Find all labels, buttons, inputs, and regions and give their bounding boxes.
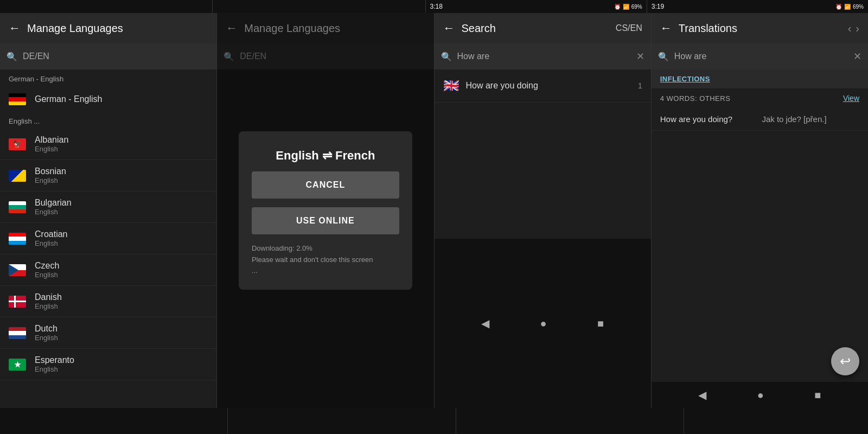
- home-nav-3[interactable]: ●: [540, 317, 547, 330]
- download-info: Downloading: 2.0% Please wait and don't …: [252, 243, 399, 277]
- back-nav-4[interactable]: ◀: [698, 388, 706, 401]
- words-count-label: 4 WORDS: OTHERS: [660, 94, 731, 103]
- lang-name-bosnian: Bosnian: [35, 167, 66, 176]
- lang-name-czech: Czech: [35, 261, 59, 271]
- flag-nl: [9, 327, 26, 339]
- search-input-1[interactable]: DE/EN: [23, 52, 210, 61]
- result-flag-1: 🇬🇧: [443, 78, 459, 93]
- lang-name-albanian: Albanian: [35, 135, 68, 145]
- german-item[interactable]: German - English: [0, 88, 216, 111]
- translations-list: How are you doing? Jak to jde? [přen.]: [652, 108, 868, 131]
- search-icon-4: 🔍: [658, 52, 669, 62]
- flag-bg: [9, 201, 26, 213]
- lang-sub-czech: English: [35, 271, 59, 279]
- translation-item-1[interactable]: How are you doing? Jak to jde? [přen.]: [652, 108, 868, 131]
- search-input-4[interactable]: How are: [674, 52, 848, 61]
- app-bar-3: ← Search CS/EN: [435, 13, 651, 43]
- home-nav-4[interactable]: ●: [757, 389, 764, 401]
- english-section-header: English ...: [0, 111, 216, 129]
- german-section-label: German - English: [9, 75, 63, 83]
- lang-name-croatian: Croatian: [35, 229, 67, 239]
- wifi-icon: 📶: [623, 4, 629, 10]
- words-subheader: 4 WORDS: OTHERS View: [652, 88, 868, 108]
- back-button-4[interactable]: ←: [660, 21, 672, 35]
- back-button-1[interactable]: ←: [9, 21, 21, 35]
- cancel-button[interactable]: CANCEL: [252, 171, 399, 199]
- status-time-4: 3:19: [652, 3, 664, 10]
- flag-cz: [9, 264, 26, 276]
- back-button-3[interactable]: ←: [443, 21, 455, 35]
- dialog-overlay: English ⇌ French CANCEL USE ONLINE Downl…: [217, 13, 433, 408]
- list-item-croatian[interactable]: Croatian English: [0, 223, 216, 254]
- lang-sub-croatian: English: [35, 239, 67, 247]
- view-link[interactable]: View: [843, 94, 859, 103]
- german-lang-info: German - English: [35, 94, 103, 104]
- language-download-dialog: English ⇌ French CANCEL USE ONLINE Downl…: [239, 131, 412, 290]
- screen-translations: ← Translations ‹ › 🔍 How are ✕ INFLECTIO…: [652, 13, 868, 408]
- app-bar-title-3: Search: [462, 22, 609, 35]
- search-clear-4[interactable]: ✕: [853, 50, 861, 62]
- list-item-albanian[interactable]: 🦅 Albanian English: [0, 129, 216, 160]
- lang-name-danish: Danish: [35, 292, 62, 302]
- next-arrow[interactable]: ›: [856, 22, 859, 35]
- list-item-danish[interactable]: Danish English: [0, 286, 216, 317]
- inflections-header[interactable]: INFLECTIONS: [652, 69, 868, 88]
- list-item-dutch[interactable]: Dutch English: [0, 317, 216, 349]
- flag-al: 🦅: [9, 138, 26, 150]
- search-bar-3[interactable]: 🔍 How are ✕: [435, 43, 651, 69]
- status-icons-3: ⏰: [614, 4, 621, 10]
- bottom-nav-2: [227, 408, 455, 434]
- list-item-bulgarian[interactable]: Bulgarian English: [0, 192, 216, 223]
- app-bar-title-4: Translations: [679, 22, 841, 35]
- bottom-nav-1: [0, 408, 227, 434]
- app-bar-4: ← Translations ‹ ›: [652, 13, 868, 43]
- result-count-1: 1: [638, 81, 642, 90]
- search-clear-3[interactable]: ✕: [636, 50, 644, 62]
- lang-sub-danish: English: [35, 302, 62, 310]
- wifi-icon-4: 📶: [844, 4, 851, 10]
- language-pair-badge: CS/EN: [616, 23, 642, 33]
- reply-icon: ↩: [840, 354, 851, 369]
- recents-nav-4[interactable]: ■: [814, 389, 821, 401]
- flag-de: [9, 93, 26, 105]
- trans-target-1: Jak to jde? [přen.]: [762, 114, 859, 124]
- prev-arrow[interactable]: ‹: [848, 22, 852, 35]
- lang-sub-esperanto: English: [35, 365, 74, 373]
- language-list-1: German - English German - English Englis…: [0, 69, 216, 408]
- nav-arrows: ‹ ›: [848, 22, 859, 35]
- list-item-bosnian[interactable]: Bosnian English: [0, 160, 216, 192]
- search-bar-1: 🔍 DE/EN: [0, 43, 216, 69]
- app-bar-1: ← Manage Languages: [0, 13, 216, 43]
- list-item-czech[interactable]: Czech English: [0, 254, 216, 286]
- search-input-3[interactable]: How are: [457, 52, 631, 61]
- back-nav-3[interactable]: ◀: [481, 317, 489, 330]
- trans-source-1: How are you doing?: [660, 114, 758, 124]
- search-results-list: 🇬🇧 How are you doing 1: [435, 69, 651, 239]
- lang-sub-dutch: English: [35, 334, 58, 342]
- recents-nav-3[interactable]: ■: [597, 317, 604, 330]
- lang-sub-albanian: English: [35, 145, 68, 153]
- flag-eo: ★: [9, 359, 26, 371]
- status-icons-4: ⏰: [835, 4, 842, 10]
- lang-sub-bulgarian: English: [35, 208, 72, 216]
- fab-reply[interactable]: ↩: [831, 347, 859, 375]
- battery-icon-4: 69%: [853, 4, 864, 10]
- screen-search: ← Search CS/EN 🔍 How are ✕ 🇬🇧 How are yo…: [435, 13, 652, 408]
- flag-dk: [9, 296, 26, 308]
- bottom-nav-3: ◀ ● ■: [435, 239, 651, 408]
- search-result-item-1[interactable]: 🇬🇧 How are you doing 1: [435, 69, 651, 103]
- bottom-nav-4: ◀ ● ■: [652, 382, 868, 408]
- dialog-title: English ⇌ French: [276, 149, 375, 163]
- app-bar-title-1: Manage Languages: [27, 22, 208, 35]
- flag-hr: [9, 233, 26, 245]
- lang-name-dutch: Dutch: [35, 324, 58, 334]
- flag-ba: [9, 170, 26, 182]
- german-section-header: German - English: [0, 69, 216, 88]
- status-time-3: 3:18: [430, 3, 443, 10]
- use-online-button[interactable]: USE ONLINE: [252, 207, 399, 234]
- german-lang-name: German - English: [35, 94, 103, 104]
- search-icon-1: 🔍: [7, 52, 17, 62]
- search-bar-4[interactable]: 🔍 How are ✕: [652, 43, 868, 69]
- list-item-esperanto[interactable]: ★ Esperanto English: [0, 349, 216, 380]
- lang-sub-bosnian: English: [35, 176, 66, 184]
